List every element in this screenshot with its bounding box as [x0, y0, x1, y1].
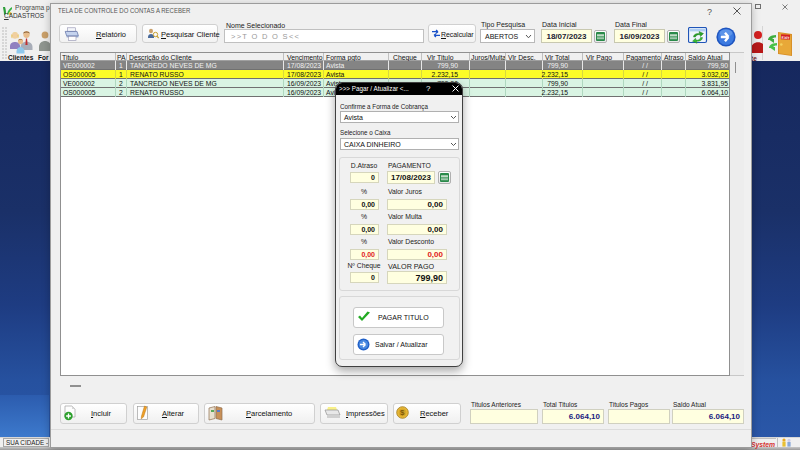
svg-text:EXIT: EXIT: [782, 36, 791, 40]
svg-text:$: $: [400, 408, 405, 417]
